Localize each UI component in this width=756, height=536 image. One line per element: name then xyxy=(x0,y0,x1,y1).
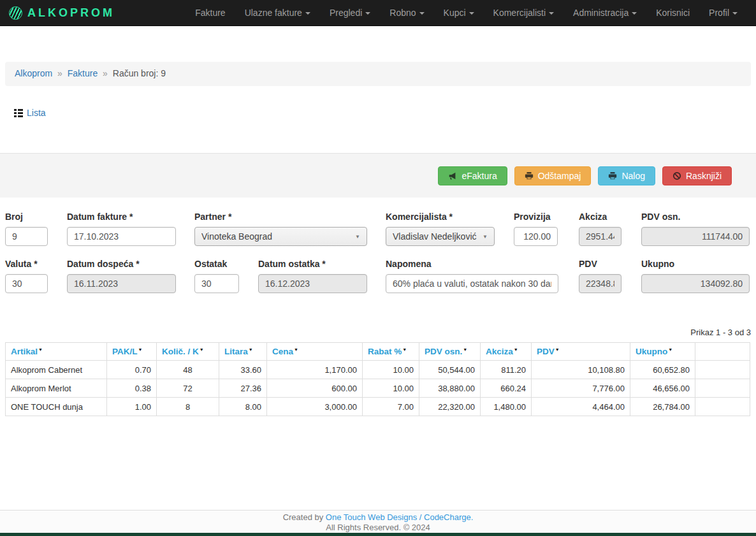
nav-item-komercijalisti[interactable]: Komercijalisti xyxy=(484,1,563,24)
cell-kolicina: 48 xyxy=(157,361,219,379)
sort-kolicina[interactable]: Količ. / K▼ xyxy=(162,347,204,356)
pagination-summary: Prikaz 1 - 3 od 3 xyxy=(0,328,751,338)
footer: Created by One Touch Web Designs / CodeC… xyxy=(0,510,756,533)
cell-litara: 33.60 xyxy=(219,361,267,379)
footer-rights: All Rights Reserved. © 2024 xyxy=(0,523,756,533)
field-akciza: Akciza xyxy=(579,212,622,246)
brand-logo[interactable]: ALKOPROM xyxy=(9,6,115,20)
breadcrumb-home-link[interactable]: Alkoprom xyxy=(15,68,52,78)
rasknjizi-button[interactable]: Rasknjiži xyxy=(662,166,732,185)
navbar: ALKOPROM Fakture Ulazne fakture Pregledi… xyxy=(0,0,756,26)
nav-item-kupci[interactable]: Kupci xyxy=(434,1,484,24)
valuta-input[interactable] xyxy=(5,274,48,293)
napomena-input[interactable] xyxy=(386,274,558,293)
provizija-input[interactable] xyxy=(514,227,558,246)
field-broj: Broj xyxy=(5,212,48,246)
cell-ukupno: 26,784.00 xyxy=(630,398,695,416)
sort-pdv[interactable]: PDV▼ xyxy=(537,347,560,356)
invoice-form: Broj Datum fakture * Partner * Vinoteka … xyxy=(0,212,756,293)
datum-dospeca-input xyxy=(67,274,176,293)
komercijalista-select[interactable]: Vladislav Nedeljković ▼ xyxy=(386,227,495,246)
sort-litara[interactable]: Litara▼ xyxy=(224,347,253,356)
sort-caret-icon: ▼ xyxy=(555,347,560,352)
ostatak-label: Ostatak xyxy=(194,259,239,269)
sort-akciza[interactable]: Akciza▼ xyxy=(486,347,518,356)
partner-select[interactable]: Vinoteka Beograd ▼ xyxy=(194,227,367,246)
sort-caret-icon: ▼ xyxy=(294,347,298,352)
cell-actions xyxy=(695,398,750,416)
datum-ostatka-input xyxy=(258,274,367,293)
printer-icon xyxy=(608,171,617,180)
sort-ukupno[interactable]: Ukupno▼ xyxy=(636,347,672,356)
table-row[interactable]: ONE TOUCH dunja 1.00 8 8.00 3,000.00 7.0… xyxy=(6,398,750,416)
cell-pak: 0.38 xyxy=(107,379,157,398)
lista-row: Lista xyxy=(14,107,756,118)
pdv-label: PDV xyxy=(579,259,622,269)
table-row[interactable]: Alkoprom Cabernet 0.70 48 33.60 1,170.00… xyxy=(6,361,750,379)
sort-cena[interactable]: Cena▼ xyxy=(272,347,298,356)
nav-item-fakture[interactable]: Fakture xyxy=(185,1,235,24)
field-provizija: Provizija xyxy=(514,212,558,246)
cell-kolicina: 72 xyxy=(157,379,219,398)
sort-pak-l[interactable]: PAK/L▼ xyxy=(112,347,142,356)
partner-select-value: Vinoteka Beograd xyxy=(201,231,351,242)
chevron-down-icon xyxy=(419,12,425,15)
broj-input[interactable] xyxy=(5,227,48,246)
cell-pdv: 10,108.80 xyxy=(532,361,630,379)
page: ALKOPROM Fakture Ulazne fakture Pregledi… xyxy=(0,0,756,536)
nav-item-profil[interactable]: Profil xyxy=(699,1,747,24)
cell-artikal[interactable]: Alkoprom Cabernet xyxy=(6,361,107,379)
nav-item-administracija[interactable]: Administracija xyxy=(563,1,646,24)
efaktura-button[interactable]: eFaktura xyxy=(438,166,507,185)
sort-caret-icon: ▼ xyxy=(402,347,407,352)
nalog-button[interactable]: Nalog xyxy=(598,166,655,185)
cell-rabat: 10.00 xyxy=(363,379,419,398)
ban-icon xyxy=(672,171,681,180)
field-ostatak: Ostatak xyxy=(194,259,239,293)
breadcrumb-current: Račun broj: 9 xyxy=(113,68,166,78)
cell-pdv: 7,776.00 xyxy=(532,379,630,398)
sort-rabat[interactable]: Rabat %▼ xyxy=(368,347,407,356)
field-datum-fakture: Datum fakture * xyxy=(67,212,176,246)
chevron-down-icon xyxy=(469,12,474,15)
field-pdv: PDV xyxy=(579,259,622,293)
table-row[interactable]: Alkoprom Merlot 0.38 72 27.36 600.00 10.… xyxy=(6,379,750,398)
lista-link[interactable]: Lista xyxy=(27,108,46,118)
printer-icon xyxy=(525,171,534,180)
datum-fakture-input[interactable] xyxy=(67,227,176,246)
field-napomena: Napomena xyxy=(386,259,558,293)
broj-label: Broj xyxy=(5,212,48,222)
cell-artikal[interactable]: Alkoprom Merlot xyxy=(6,379,107,398)
odstampaj-button[interactable]: Odštampaj xyxy=(514,166,592,185)
chevron-down-icon xyxy=(305,12,310,15)
ukupno-label: Ukupno xyxy=(641,259,750,269)
sort-pdv-osn[interactable]: PDV osn.▼ xyxy=(425,347,467,356)
nav-item-pregledi[interactable]: Pregledi xyxy=(320,1,380,24)
cell-ukupno: 60,652.80 xyxy=(630,361,695,379)
cell-artikal[interactable]: ONE TOUCH dunja xyxy=(6,398,107,416)
cell-litara: 27.36 xyxy=(219,379,267,398)
navbar-menu: Fakture Ulazne fakture Pregledi Robno Ku… xyxy=(185,1,747,24)
footer-accent-bar xyxy=(0,533,756,536)
nav-item-robno[interactable]: Robno xyxy=(380,1,433,24)
sort-artikal[interactable]: Artikal▼ xyxy=(11,347,43,356)
items-table: Artikal▼ PAK/L▼ Količ. / K▼ Litara▼ Cena… xyxy=(5,342,750,416)
nav-item-korisnici[interactable]: Korisnici xyxy=(646,1,699,24)
field-ukupno: Ukupno xyxy=(641,259,750,293)
footer-credits-link[interactable]: One Touch Web Designs / CodeCharge. xyxy=(326,512,474,522)
datum-ostatka-label: Datum ostatka * xyxy=(258,259,367,269)
valuta-label: Valuta * xyxy=(5,259,48,269)
napomena-label: Napomena xyxy=(386,259,558,269)
breadcrumb-fakture-link[interactable]: Fakture xyxy=(68,68,98,78)
cell-akciza: 811.20 xyxy=(481,361,532,379)
chevron-down-icon: ▼ xyxy=(483,234,488,240)
cell-pdv-osn: 50,544.00 xyxy=(419,361,481,379)
ostatak-input[interactable] xyxy=(194,274,239,293)
chevron-down-icon xyxy=(632,12,637,15)
pdv-input xyxy=(579,274,622,293)
sort-caret-icon: ▼ xyxy=(249,347,253,352)
field-datum-ostatka: Datum ostatka * xyxy=(258,259,367,293)
cell-rabat: 7.00 xyxy=(363,398,419,416)
cell-rabat: 10.00 xyxy=(363,361,419,379)
nav-item-ulazne-fakture[interactable]: Ulazne fakture xyxy=(235,1,320,24)
